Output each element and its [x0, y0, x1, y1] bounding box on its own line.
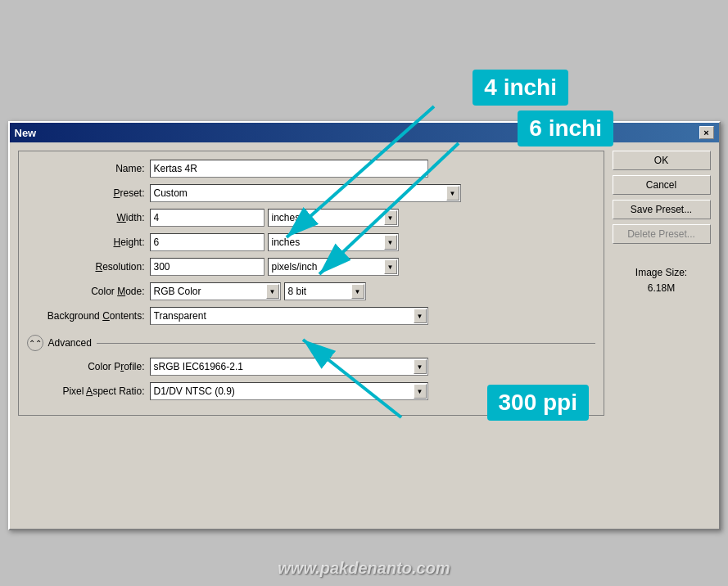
- width-row: Width: inches cm mm pixels ▼: [27, 209, 595, 227]
- width-label: Width:: [27, 212, 150, 223]
- color-mode-label: Color Mode:: [27, 286, 150, 297]
- height-row: Height: inches cm mm pixels ▼: [27, 233, 595, 251]
- name-row: Name:: [27, 160, 595, 178]
- new-dialog: New × Name: Preset: Custom Default Photo…: [8, 121, 721, 530]
- color-mode-select[interactable]: RGB Color CMYK Color Grayscale: [150, 282, 281, 300]
- color-profile-select[interactable]: sRGB IEC61966-2.1 Adobe RGB ProPhoto RGB: [150, 358, 428, 376]
- bg-contents-wrapper: Transparent White Background Color ▼: [150, 307, 428, 325]
- color-depth-select[interactable]: 8 bit 16 bit 32 bit: [284, 282, 366, 300]
- form-area: Name: Preset: Custom Default Photoshop S…: [18, 151, 604, 416]
- bg-contents-select[interactable]: Transparent White Background Color: [150, 307, 428, 325]
- resolution-row: Resolution: pixels/inch pixels/cm ▼: [27, 258, 595, 276]
- preset-row: Preset: Custom Default Photoshop Size Le…: [27, 184, 595, 202]
- advanced-section: ⌃⌃ Advanced: [27, 335, 595, 351]
- bg-contents-label: Background Contents:: [27, 310, 150, 322]
- watermark: www.pakdenanto.com: [278, 559, 450, 578]
- dialog-title: New: [15, 127, 37, 139]
- name-label: Name:: [27, 163, 150, 174]
- height-label: Height:: [27, 237, 150, 248]
- ok-button[interactable]: OK: [613, 151, 711, 170]
- resolution-unit-wrapper: pixels/inch pixels/cm ▼: [268, 258, 399, 276]
- width-input[interactable]: [150, 209, 265, 227]
- color-mode-row: Color Mode: RGB Color CMYK Color Graysca…: [27, 282, 595, 300]
- pixel-aspect-wrapper: D1/DV NTSC (0.9) Square D1/DV PAL (1.067…: [150, 382, 428, 400]
- pixel-aspect-select[interactable]: D1/DV NTSC (0.9) Square D1/DV PAL (1.067…: [150, 382, 428, 400]
- image-size-value: 6.18M: [613, 281, 711, 296]
- preset-select-wrapper: Custom Default Photoshop Size Letter ▼: [150, 184, 461, 202]
- resolution-label: Resolution:: [27, 261, 150, 273]
- width-unit-wrapper: inches cm mm pixels ▼: [268, 209, 399, 227]
- image-size-label: Image Size:: [613, 265, 711, 281]
- advanced-divider: [97, 343, 595, 344]
- advanced-toggle-button[interactable]: ⌃⌃: [27, 335, 43, 351]
- button-area: OK Cancel Save Preset... Delete Preset..…: [613, 151, 711, 416]
- color-profile-wrapper: sRGB IEC61966-2.1 Adobe RGB ProPhoto RGB…: [150, 358, 428, 376]
- resolution-input[interactable]: [150, 258, 265, 276]
- dialog-titlebar: New ×: [10, 123, 719, 142]
- save-preset-button[interactable]: Save Preset...: [613, 200, 711, 219]
- dialog-body: Name: Preset: Custom Default Photoshop S…: [10, 142, 719, 424]
- cancel-button[interactable]: Cancel: [613, 175, 711, 195]
- color-profile-row: Color Profile: sRGB IEC61966-2.1 Adobe R…: [27, 358, 595, 376]
- color-profile-label: Color Profile:: [27, 361, 150, 372]
- resolution-unit-select[interactable]: pixels/inch pixels/cm: [268, 258, 399, 276]
- bg-contents-row: Background Contents: Transparent White B…: [27, 307, 595, 325]
- height-input[interactable]: [150, 233, 265, 251]
- advanced-label: Advanced: [48, 337, 92, 349]
- color-mode-wrapper: RGB Color CMYK Color Grayscale ▼: [150, 282, 281, 300]
- height-unit-select[interactable]: inches cm mm pixels: [268, 233, 399, 251]
- preset-select[interactable]: Custom Default Photoshop Size Letter: [150, 184, 461, 202]
- pixel-aspect-label: Pixel Aspect Ratio:: [27, 385, 150, 397]
- name-input[interactable]: [150, 160, 428, 178]
- color-depth-wrapper: 8 bit 16 bit 32 bit ▼: [284, 282, 366, 300]
- preset-label: Preset:: [27, 187, 150, 199]
- delete-preset-button[interactable]: Delete Preset...: [613, 224, 711, 244]
- annotation-4inch: 4 inchi: [473, 70, 568, 106]
- close-button[interactable]: ×: [699, 126, 714, 139]
- height-unit-wrapper: inches cm mm pixels ▼: [268, 233, 399, 251]
- image-size-area: Image Size: 6.18M: [613, 265, 711, 296]
- width-unit-select[interactable]: inches cm mm pixels: [268, 209, 399, 227]
- pixel-aspect-row: Pixel Aspect Ratio: D1/DV NTSC (0.9) Squ…: [27, 382, 595, 400]
